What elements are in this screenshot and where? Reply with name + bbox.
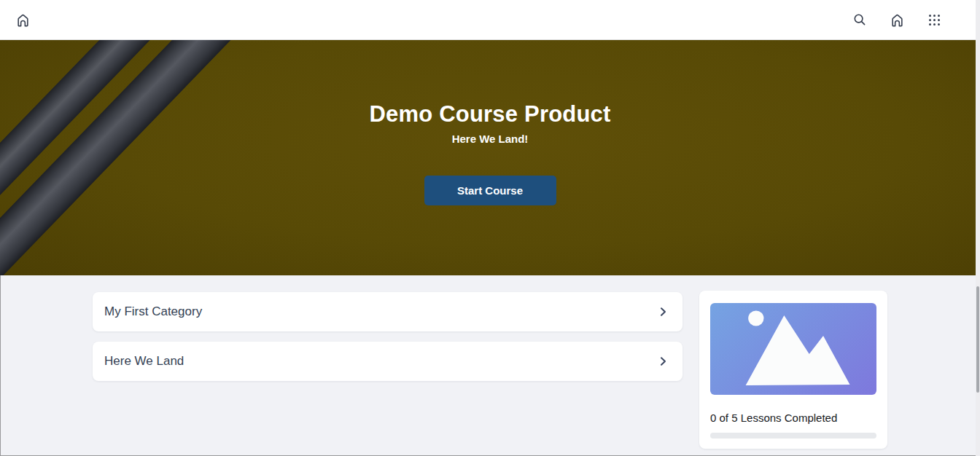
- scrollbar-thumb[interactable]: [976, 286, 979, 393]
- lessons-completed-label: 0 of 5 Lessons Completed: [710, 411, 876, 425]
- category-row-my-first-category[interactable]: My First Category: [93, 292, 682, 331]
- home-button[interactable]: [9, 6, 36, 34]
- course-subtitle: Here We Land!: [452, 133, 529, 146]
- hero-banner: Demo Course Product Here We Land! Start …: [0, 40, 980, 275]
- chevron-right-icon: [657, 306, 669, 318]
- hero-content: Demo Course Product Here We Land! Start …: [0, 40, 980, 275]
- chevron-right-icon: [657, 355, 669, 367]
- category-label: Here We Land: [104, 354, 184, 369]
- apps-grid-icon: [928, 14, 941, 26]
- category-list: My First Category Here We Land: [93, 292, 682, 391]
- image-placeholder-icon: [710, 303, 876, 395]
- course-progress-card: 0 of 5 Lessons Completed: [699, 291, 887, 449]
- home-icon: [890, 13, 904, 27]
- apps-menu-button[interactable]: [920, 6, 948, 34]
- dashboard-home-button[interactable]: [883, 6, 911, 34]
- top-navigation-bar: [0, 0, 980, 40]
- course-title: Demo Course Product: [369, 101, 610, 127]
- scrollbar-track[interactable]: [976, 0, 980, 456]
- course-thumbnail: [710, 303, 876, 395]
- progress-bar: [710, 433, 876, 439]
- search-button[interactable]: [846, 6, 874, 34]
- course-landing-page: Demo Course Product Here We Land! Start …: [0, 0, 980, 456]
- main-content: My First Category Here We Land: [93, 292, 887, 449]
- category-row-here-we-land[interactable]: Here We Land: [93, 342, 682, 381]
- category-label: My First Category: [104, 304, 202, 319]
- search-icon: [853, 13, 866, 26]
- topbar-actions: [846, 6, 948, 34]
- start-course-button[interactable]: Start Course: [424, 176, 556, 205]
- home-icon: [16, 13, 30, 27]
